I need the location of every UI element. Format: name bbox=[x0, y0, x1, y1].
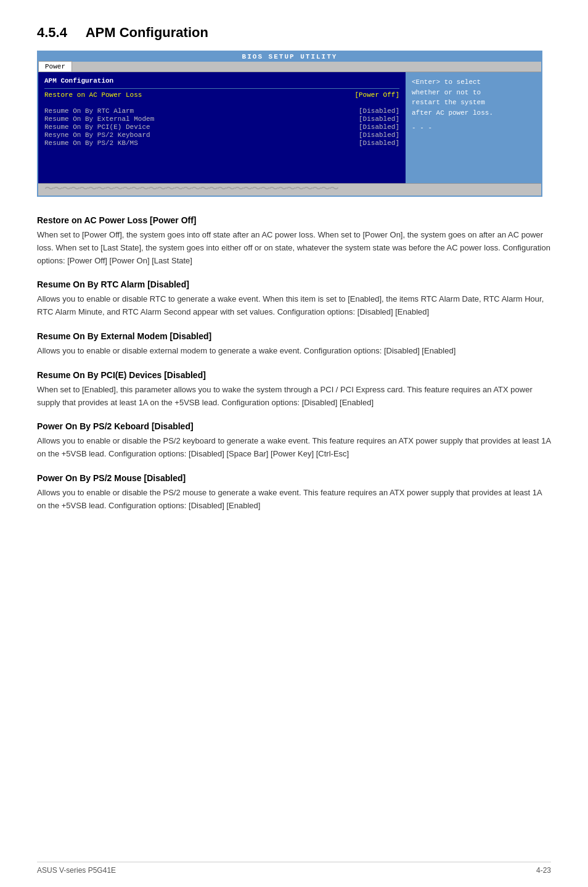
bios-item: Resume On By External Modem[Disabled] bbox=[44, 115, 399, 123]
bios-help-line: after AC power loss. bbox=[412, 108, 535, 118]
bios-item-value: [Power Off] bbox=[354, 91, 399, 99]
doc-section: Resume On By PCI(E) Devices [Disabled] W… bbox=[37, 370, 551, 410]
bios-item: Restore on AC Power Loss[Power Off] bbox=[44, 91, 399, 99]
section-body: Allows you to enable or disable RTC to g… bbox=[37, 293, 551, 319]
bios-item-value: [Disabled] bbox=[359, 115, 399, 123]
doc-sections: Restore on AC Power Loss [Power Off] Whe… bbox=[37, 215, 551, 513]
bios-item: Resume On By PS/2 KB/MS[Disabled] bbox=[44, 139, 399, 147]
page-title: 4.5.4 APM Configuration bbox=[37, 25, 551, 41]
bios-titlebar: BIOS SETUP UTILITY bbox=[38, 52, 541, 62]
bios-nav-keys-text: - - - bbox=[412, 124, 432, 131]
bios-sidebar: <Enter> to selectwhether or not torestar… bbox=[406, 72, 541, 183]
bios-section-label-text: APM Configuration bbox=[44, 77, 113, 85]
doc-section: Resume On By RTC Alarm [Disabled] Allows… bbox=[37, 279, 551, 319]
bios-title-text: BIOS SETUP UTILITY bbox=[242, 53, 338, 60]
bios-item-label: Resume On By External Modem bbox=[44, 115, 154, 123]
bios-tab-power[interactable]: Power bbox=[38, 61, 72, 72]
section-body: When set to [Enabled], this parameter al… bbox=[37, 384, 551, 410]
bios-screenshot: BIOS SETUP UTILITY Power APM Configurati… bbox=[37, 51, 542, 197]
doc-section: Resume On By External Modem [Disabled] A… bbox=[37, 331, 551, 358]
section-heading: Resume On By External Modem [Disabled] bbox=[37, 331, 551, 341]
bios-item-label: Resume On By PCI(E) Device bbox=[44, 123, 150, 131]
bios-item-label: Restore on AC Power Loss bbox=[44, 91, 142, 99]
bios-item: Resyne On By PS/2 Keyboard[Disabled] bbox=[44, 131, 399, 139]
section-heading: Power On By PS/2 Keboard [Disabled] bbox=[37, 421, 551, 431]
bios-help-line: whether or not to bbox=[412, 88, 535, 98]
section-body: Allows you to enable or disable the PS/2… bbox=[37, 435, 551, 461]
section-heading: Power On By PS/2 Mouse [Disabled] bbox=[37, 473, 551, 483]
bios-tab-label: Power bbox=[45, 63, 65, 70]
bios-tabs: Power bbox=[38, 62, 541, 72]
section-body: Allows you to enable or disable the PS/2… bbox=[37, 487, 551, 513]
bios-wave-decoration: 〜〜〜〜〜〜〜〜〜〜〜〜〜〜〜〜〜〜〜〜〜〜〜〜〜〜〜〜〜〜〜〜〜〜 bbox=[44, 183, 338, 196]
title-text: APM Configuration bbox=[86, 25, 208, 40]
bios-main-panel: APM Configuration Restore on AC Power Lo… bbox=[38, 72, 406, 183]
doc-section: Power On By PS/2 Keboard [Disabled] Allo… bbox=[37, 421, 551, 461]
bios-help-text: <Enter> to selectwhether or not torestar… bbox=[412, 77, 535, 118]
footer-left: ASUS V-series P5G41E bbox=[37, 866, 116, 875]
bios-body: APM Configuration Restore on AC Power Lo… bbox=[38, 72, 541, 183]
section-body: When set to [Power Off], the system goes… bbox=[37, 229, 551, 267]
bios-item-value: [Disabled] bbox=[359, 123, 399, 131]
section-heading: Resume On By PCI(E) Devices [Disabled] bbox=[37, 370, 551, 380]
bios-section-title: APM Configuration bbox=[44, 77, 399, 85]
bios-nav-keys: - - - bbox=[412, 124, 535, 131]
bios-item-value: [Disabled] bbox=[359, 107, 399, 115]
section-heading: Resume On By RTC Alarm [Disabled] bbox=[37, 279, 551, 289]
bios-help-line: restart the system bbox=[412, 97, 535, 108]
bios-item-value: [Disabled] bbox=[359, 139, 399, 147]
bios-item-label: Resyne On By PS/2 Keyboard bbox=[44, 131, 150, 139]
bios-item-label: Resume On By PS/2 KB/MS bbox=[44, 139, 138, 147]
section-heading: Restore on AC Power Loss [Power Off] bbox=[37, 215, 551, 225]
section-body: Allows you to enable or disable external… bbox=[37, 345, 551, 358]
footer-right: 4-23 bbox=[536, 866, 551, 875]
bios-item-label: Resume On By RTC Alarm bbox=[44, 107, 134, 115]
section-number: 4.5.4 bbox=[37, 25, 67, 40]
bios-item: Resume On By RTC Alarm[Disabled] bbox=[44, 107, 399, 115]
doc-section: Power On By PS/2 Mouse [Disabled] Allows… bbox=[37, 473, 551, 513]
bios-item: Resume On By PCI(E) Device[Disabled] bbox=[44, 123, 399, 131]
page-footer: ASUS V-series P5G41E 4-23 bbox=[37, 862, 551, 875]
bios-footer: 〜〜〜〜〜〜〜〜〜〜〜〜〜〜〜〜〜〜〜〜〜〜〜〜〜〜〜〜〜〜〜〜〜〜 bbox=[38, 183, 541, 196]
bios-help-line: <Enter> to select bbox=[412, 77, 535, 88]
bios-item-value: [Disabled] bbox=[359, 131, 399, 139]
doc-section: Restore on AC Power Loss [Power Off] Whe… bbox=[37, 215, 551, 267]
bios-items-list: Restore on AC Power Loss[Power Off]Resum… bbox=[44, 91, 399, 147]
